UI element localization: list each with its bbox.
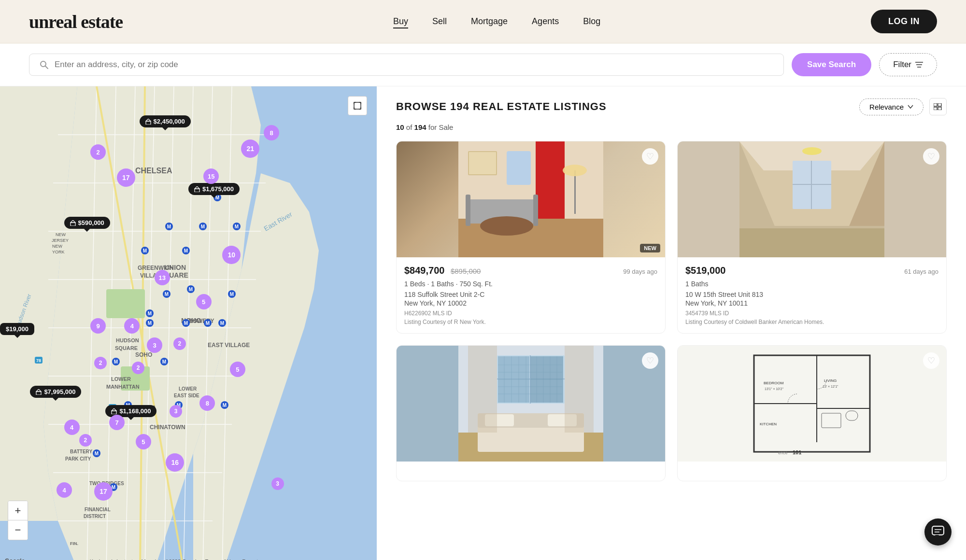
cluster-25[interactable]: 3 bbox=[271, 477, 284, 490]
svg-text:PARK CITY: PARK CITY bbox=[65, 456, 91, 462]
svg-rect-125 bbox=[938, 103, 941, 106]
save-search-button[interactable]: Save Search bbox=[792, 53, 871, 76]
map-expand-button[interactable] bbox=[348, 96, 367, 115]
cards-grid: ♡ NEW bbox=[396, 141, 947, 481]
svg-marker-106 bbox=[146, 119, 151, 121]
svg-marker-108 bbox=[71, 220, 75, 223]
map-pin-1[interactable]: $2,450,000 bbox=[140, 115, 191, 127]
svg-text:CHELSEA: CHELSEA bbox=[135, 167, 172, 175]
svg-line-1 bbox=[45, 66, 48, 69]
cluster-3[interactable]: 21 bbox=[241, 140, 259, 158]
cluster-11[interactable]: 3 bbox=[147, 337, 162, 353]
svg-text:M: M bbox=[148, 321, 152, 326]
nav-agents[interactable]: Agents bbox=[532, 16, 559, 27]
listing-card-1[interactable]: ♡ NEW bbox=[396, 141, 666, 334]
price-row-2: $519,000 61 days ago bbox=[685, 265, 938, 276]
header: unreal estate Buy Sell Mortgage Agents B… bbox=[0, 0, 966, 43]
cluster-5[interactable]: 15 bbox=[203, 168, 219, 184]
cluster-13[interactable]: 2 bbox=[94, 357, 107, 369]
svg-text:M: M bbox=[220, 321, 224, 326]
logo: unreal estate bbox=[29, 11, 123, 32]
nav-buy[interactable]: Buy bbox=[393, 16, 408, 27]
listing-card-2[interactable]: ♡ bbox=[677, 141, 947, 334]
svg-text:M: M bbox=[95, 451, 99, 456]
nav-mortgage[interactable]: Mortgage bbox=[471, 16, 508, 27]
svg-text:FINANCIAL: FINANCIAL bbox=[85, 507, 111, 512]
cluster-8[interactable]: 5 bbox=[196, 294, 212, 309]
card-mls-1: H6226902 MLS ID bbox=[404, 310, 657, 317]
cluster-1[interactable]: 2 bbox=[90, 144, 106, 160]
listing-card-3[interactable]: ♡ bbox=[396, 345, 666, 481]
cluster-22[interactable]: 16 bbox=[166, 453, 184, 472]
cluster-4[interactable]: 8 bbox=[264, 125, 279, 140]
card-address-2: 10 W 15th Street Unit 813 bbox=[685, 291, 938, 298]
cluster-9[interactable]: 9 bbox=[90, 318, 106, 334]
sort-dropdown[interactable]: Relevance bbox=[859, 98, 923, 115]
cluster-23[interactable]: 4 bbox=[57, 482, 72, 498]
chat-button[interactable] bbox=[924, 518, 952, 546]
card-image-4: ♡ BEDROOM 1 bbox=[678, 346, 946, 462]
svg-text:M: M bbox=[148, 311, 152, 316]
cluster-21[interactable]: 3 bbox=[170, 405, 182, 418]
svg-rect-178 bbox=[565, 346, 594, 433]
nav-sell[interactable]: Sell bbox=[432, 16, 447, 27]
cluster-7[interactable]: 13 bbox=[155, 270, 170, 285]
card-details-1: 1 Beds · 1 Baths · 750 Sq. Ft. bbox=[404, 280, 657, 288]
cluster-20[interactable]: 7 bbox=[109, 415, 125, 430]
map-pin-4[interactable]: $7,995,000 bbox=[30, 386, 81, 398]
filter-icon bbox=[915, 61, 923, 68]
svg-text:EAST SIDE: EAST SIDE bbox=[174, 393, 199, 398]
search-input-wrap bbox=[29, 54, 784, 76]
zoom-in-button[interactable]: + bbox=[8, 501, 28, 520]
card-courtesy-2: Listing Courtesy of Coldwell Banker Amer… bbox=[685, 319, 938, 325]
svg-text:DISTRICT: DISTRICT bbox=[84, 514, 106, 519]
svg-text:LOWER: LOWER bbox=[111, 376, 131, 382]
svg-text:M: M bbox=[201, 224, 205, 229]
svg-text:101: 101 bbox=[793, 449, 801, 455]
search-input[interactable] bbox=[55, 60, 774, 70]
nav-blog[interactable]: Blog bbox=[583, 16, 600, 27]
expand-icon bbox=[354, 102, 361, 110]
cluster-19[interactable]: 5 bbox=[136, 434, 151, 449]
cluster-2[interactable]: 17 bbox=[117, 168, 135, 187]
svg-text:SQUARE: SQUARE bbox=[115, 345, 138, 351]
pin-price-6: $19,000 bbox=[6, 325, 28, 333]
svg-rect-138 bbox=[507, 151, 531, 185]
listing-card-4[interactable]: ♡ BEDROOM 1 bbox=[677, 345, 947, 481]
cluster-24[interactable]: 17 bbox=[94, 482, 113, 501]
map-pin-3[interactable]: $1,675,000 bbox=[188, 183, 240, 195]
map-pin-6[interactable]: $19,000 bbox=[0, 323, 34, 335]
zoom-out-button[interactable]: − bbox=[8, 520, 28, 540]
svg-rect-134 bbox=[533, 195, 538, 226]
cluster-12[interactable]: 2 bbox=[173, 337, 186, 350]
filter-label: Filter bbox=[893, 60, 911, 70]
listings-meta: 10 of 194 for Sale bbox=[396, 123, 947, 131]
cluster-6[interactable]: 10 bbox=[222, 246, 241, 264]
svg-text:M: M bbox=[230, 292, 234, 297]
listings-title: BROWSE 194 REAL ESTATE LISTINGS bbox=[396, 100, 607, 113]
price-display-1: $849,700 $895,000 bbox=[404, 265, 481, 276]
house-icon bbox=[145, 119, 151, 125]
svg-text:13' × 12'1": 13' × 12'1" bbox=[823, 385, 838, 388]
svg-rect-126 bbox=[934, 107, 937, 110]
svg-text:EAST VILLAGE: EAST VILLAGE bbox=[208, 342, 250, 349]
svg-text:SOHO: SOHO bbox=[135, 351, 152, 358]
cluster-14[interactable]: 2 bbox=[132, 362, 144, 374]
chat-icon bbox=[931, 525, 945, 539]
cluster-17[interactable]: 4 bbox=[64, 420, 80, 435]
view-toggle-button[interactable] bbox=[929, 98, 947, 115]
svg-text:BEDROOM: BEDROOM bbox=[764, 381, 784, 385]
filter-button[interactable]: Filter bbox=[879, 53, 937, 76]
map-pin-2[interactable]: $590,000 bbox=[64, 217, 110, 229]
svg-text:UNION: UNION bbox=[164, 264, 186, 271]
svg-rect-136 bbox=[574, 170, 576, 214]
login-button[interactable]: LOG IN bbox=[871, 10, 937, 33]
listings-header: BROWSE 194 REAL ESTATE LISTINGS Relevanc… bbox=[396, 98, 947, 115]
card-location-1: New York, NY 10002 bbox=[404, 299, 657, 307]
svg-rect-130 bbox=[536, 141, 565, 219]
svg-text:CHINATOWN: CHINATOWN bbox=[150, 424, 185, 431]
cluster-15[interactable]: 5 bbox=[230, 362, 245, 377]
beds-1: 1 Beds bbox=[404, 280, 426, 288]
cluster-18[interactable]: 2 bbox=[79, 434, 92, 447]
card-image-2: ♡ bbox=[678, 141, 946, 257]
